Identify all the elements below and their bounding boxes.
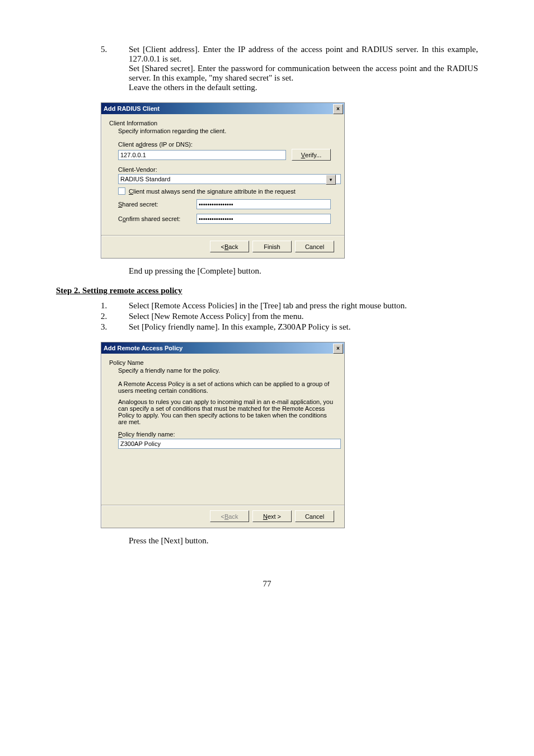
btn-text: ext > — [268, 513, 281, 520]
label-accel: C — [129, 188, 133, 195]
shared-secret-input[interactable] — [196, 199, 331, 209]
list-number: 5. — [101, 45, 129, 92]
finish-button[interactable]: Finish — [252, 241, 292, 252]
label-part: C — [118, 215, 123, 222]
press-next: Press the [Next] button. — [129, 536, 478, 546]
step5-line3: Leave the others in the default setting. — [129, 83, 257, 92]
policy-name-sub: Specify a friendly name for the policy. — [118, 367, 336, 374]
confirm-shared-secret-input[interactable] — [196, 214, 331, 224]
close-icon: × — [336, 106, 340, 112]
client-information-sub: Specify information regarding the client… — [118, 128, 336, 134]
dialog-title: Add RADIUS Client — [104, 105, 160, 112]
step2-heading: Step 2. Setting remote access policy — [56, 286, 478, 295]
policy-para1: A Remote Access Policy is a set of actio… — [118, 381, 336, 394]
s2-item3: Set [Policy friendly name]. In this exam… — [129, 322, 478, 332]
signature-attribute-checkbox[interactable] — [118, 187, 125, 195]
back-button[interactable]: < Back — [210, 241, 249, 252]
label-part: dress (IP or DNS): — [142, 141, 193, 148]
next-button[interactable]: Next > — [252, 510, 292, 522]
client-address-input[interactable] — [118, 150, 286, 160]
step5-line2: Set [Shared secret]. Enter the password … — [129, 64, 478, 82]
list-number: 1. — [101, 301, 129, 311]
btn-text: erify... — [305, 152, 321, 158]
client-address-label: Client address (IP or DNS): — [118, 141, 336, 148]
step5-text: Set [Client address]. Enter the IP addre… — [129, 45, 478, 92]
dialog-divider — [101, 505, 344, 506]
label-part: Client a — [118, 141, 139, 148]
confirm-shared-secret-label: Confirm shared secret: — [118, 215, 196, 222]
verify-button[interactable]: Verify... — [292, 149, 331, 161]
chevron-down-icon[interactable]: ▼ — [326, 175, 336, 185]
dialog-divider — [101, 235, 344, 236]
s2-item1: Select [Remote Access Policies] in the [… — [129, 301, 478, 311]
client-vendor-label: Client-Vendor: — [118, 166, 336, 173]
end-press-complete: End up pressing the [Complete] button. — [129, 266, 478, 276]
cancel-button[interactable]: Cancel — [295, 510, 334, 522]
btn-text: ack — [228, 513, 238, 520]
dialog-titlebar: Add RADIUS Client × — [101, 103, 344, 114]
step5-line1: Set [Client address]. Enter the IP addre… — [129, 45, 478, 63]
label-part: nfirm shared secret: — [126, 215, 180, 222]
back-button: < Back — [210, 510, 249, 522]
btn-text: ack — [228, 243, 238, 250]
list-number: 3. — [101, 322, 129, 332]
dialog-titlebar: Add Remote Access Policy × — [101, 342, 344, 354]
list-number: 2. — [101, 312, 129, 321]
close-button[interactable]: × — [333, 104, 343, 114]
client-vendor-select[interactable] — [118, 174, 341, 184]
add-remote-access-policy-dialog: Add Remote Access Policy × Policy Name S… — [101, 342, 345, 528]
label-part: olicy friendly name: — [122, 431, 175, 438]
dialog-title: Add Remote Access Policy — [104, 345, 182, 351]
s2-item2: Select [New Remote Access Policy] from t… — [129, 312, 478, 321]
label-part: lient must always send the signature att… — [133, 188, 296, 195]
btn-accel: B — [224, 513, 228, 520]
close-icon: × — [336, 346, 340, 351]
policy-para2: Analogous to rules you can apply to inco… — [118, 398, 336, 425]
policy-friendly-name-label: Policy friendly name: — [118, 431, 336, 438]
page-number: 77 — [56, 579, 478, 589]
client-information-heading: Client Information — [109, 120, 336, 126]
label-part: hared secret: — [122, 201, 158, 208]
policy-friendly-name-input[interactable] — [118, 439, 341, 449]
btn-accel: N — [263, 513, 268, 520]
policy-name-heading: Policy Name — [109, 359, 336, 366]
btn-accel: B — [224, 243, 228, 250]
add-radius-client-dialog: Add RADIUS Client × Client Information S… — [101, 102, 345, 259]
close-button[interactable]: × — [333, 344, 343, 354]
btn-accel: V — [301, 152, 305, 158]
cancel-button[interactable]: Cancel — [295, 241, 334, 252]
shared-secret-label: Shared secret: — [118, 201, 196, 208]
signature-attribute-label: Client must always send the signature at… — [129, 188, 296, 195]
